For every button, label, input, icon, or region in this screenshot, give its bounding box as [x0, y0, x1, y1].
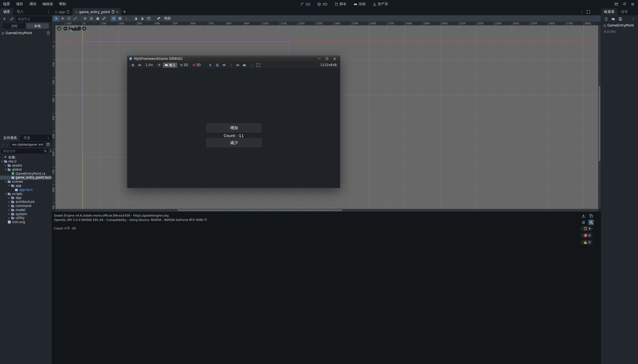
horizontal-scrollbar[interactable] — [55, 209, 598, 212]
ruler-tool-icon[interactable] — [101, 16, 107, 21]
word-wrap-icon[interactable] — [581, 220, 586, 225]
error-count-badge[interactable]: 0 — [581, 233, 593, 238]
file-tree-item[interactable]: ▸ system — [0, 212, 52, 216]
tab-scene-app[interactable]: ○ app — [52, 8, 72, 15]
horizontal-scrollbar-thumb[interactable] — [178, 209, 342, 211]
vertical-scrollbar-thumb[interactable] — [599, 86, 600, 161]
zoom-level[interactable]: 100.0 % — [69, 26, 81, 31]
expander-icon[interactable]: ▾ — [8, 184, 11, 187]
expander-icon[interactable]: ▸ — [8, 201, 11, 203]
increase-button[interactable]: 增加 — [206, 123, 262, 132]
time-scale[interactable]: 1.0× — [144, 63, 155, 67]
menu-debug[interactable]: 调试 — [26, 0, 39, 8]
workspace-3d[interactable]: 3D — [317, 2, 327, 6]
file-tree-item[interactable]: icon.svg — [0, 220, 52, 224]
pick-node-icon[interactable] — [208, 62, 213, 68]
skeleton-options-icon[interactable] — [156, 16, 161, 21]
tab-signals[interactable]: 信号 — [618, 8, 631, 15]
file-tree-item[interactable]: ▸ utility — [0, 216, 52, 220]
tab-history[interactable]: 历史 — [20, 134, 34, 141]
zoom-out-icon[interactable]: − — [63, 26, 67, 31]
center-view-icon[interactable] — [57, 26, 61, 31]
file-tree-item[interactable]: game_entry_point.tscn — [0, 176, 52, 180]
file-tree-item[interactable]: app.tscn — [0, 188, 52, 192]
close-icon[interactable]: × — [331, 56, 338, 61]
file-tree-item[interactable]: 收藏: — [0, 155, 52, 159]
menu-scene[interactable]: 场景 — [0, 0, 13, 8]
grid-snap-icon[interactable] — [117, 16, 123, 21]
workspace-script[interactable]: 脚本 — [335, 2, 347, 7]
file-tree-item[interactable]: GameEntryPoint.cs — [0, 171, 52, 176]
pivot-tool-icon[interactable] — [82, 16, 88, 21]
tab-inspector[interactable]: 检查器 — [601, 8, 618, 15]
new-resource-icon[interactable] — [603, 16, 609, 22]
instance-scene-icon[interactable] — [8, 16, 15, 22]
scene-tree-root-node[interactable]: ○ GameEntryPoint — [0, 30, 52, 36]
split-dock-icon[interactable] — [46, 142, 51, 147]
minimize-icon[interactable] — [315, 56, 323, 61]
menu-editor[interactable]: 编辑器 — [39, 0, 56, 8]
nav-forward-icon[interactable]: › — [6, 142, 10, 147]
expander-icon[interactable]: ▾ — [5, 193, 8, 195]
maximize-icon[interactable] — [323, 56, 331, 61]
copy-log-icon[interactable] — [588, 213, 594, 218]
dock-options-icon[interactable]: ⋮ — [45, 8, 52, 15]
menu-project[interactable]: 项目 — [13, 0, 26, 8]
reset-time-scale-icon[interactable]: ↺ — [156, 62, 162, 68]
file-tree-item[interactable]: ▾ res:// — [0, 159, 52, 164]
tab-filesystem[interactable]: 文件系统 — [0, 134, 20, 141]
pan-tool-icon[interactable] — [95, 16, 101, 21]
snap-options-icon[interactable]: ⋮ — [123, 16, 129, 21]
tab-scene-game-entry-point[interactable]: ○ game_entry_point × — [72, 8, 121, 15]
add-node-icon[interactable]: + — [1, 16, 8, 22]
close-tab-icon[interactable]: × — [116, 10, 119, 13]
mode-3d-toggle[interactable]: 3D — [191, 63, 202, 68]
mode-2d-toggle[interactable]: 2D — [178, 63, 190, 68]
filesystem-options-icon[interactable]: ⋮ — [45, 135, 52, 141]
expander-icon[interactable]: ▸ — [8, 213, 11, 215]
file-tree-item[interactable]: ▾ global — [0, 167, 52, 171]
expander-icon[interactable]: ▸ — [8, 205, 11, 207]
smart-snap-icon[interactable] — [111, 16, 117, 21]
visibility-icon[interactable] — [221, 62, 227, 68]
vertical-scrollbar[interactable] — [598, 25, 601, 209]
restart-icon[interactable]: ↺ — [621, 1, 628, 7]
file-tree-item[interactable]: ▾ scripts — [0, 192, 52, 196]
decrease-button[interactable]: 减少 — [206, 138, 262, 147]
file-tree-item[interactable]: ▸ assets — [0, 164, 52, 168]
file-tree-item[interactable]: ▾ scenes — [0, 180, 52, 184]
expand-viewport-icon[interactable] — [585, 8, 592, 15]
expander-icon[interactable]: ▸ — [5, 164, 8, 167]
workspace-2d[interactable]: 2D — [300, 2, 310, 6]
input-mode-toggle[interactable]: 输入 — [163, 63, 177, 68]
remote-button[interactable]: 远程 — [3, 23, 26, 29]
file-tree-item[interactable]: ▸ app — [0, 196, 52, 200]
workspace-assetlib[interactable]: 资产库 — [373, 2, 388, 7]
scale-tool-icon[interactable] — [72, 16, 78, 21]
scene-tab-options-icon[interactable]: ⋮ — [578, 8, 585, 15]
expander-icon[interactable]: ▸ — [8, 197, 11, 199]
current-path-field[interactable] — [10, 142, 45, 147]
node-list-icon[interactable] — [214, 62, 220, 68]
selectable-nodes-list-icon[interactable] — [88, 16, 94, 21]
expander-icon[interactable]: ▾ — [5, 180, 8, 183]
nav-back-icon[interactable]: ‹ — [1, 142, 5, 147]
unlock-node-icon[interactable] — [140, 16, 145, 21]
pause-icon[interactable] — [629, 1, 636, 7]
open-script-icon[interactable] — [47, 31, 50, 35]
workspace-game[interactable]: 游戏 — [354, 2, 366, 7]
file-tree-item[interactable]: ▸ command — [0, 204, 52, 208]
select-tool-icon[interactable] — [54, 16, 59, 21]
message-count-badge[interactable]: 4 — [581, 226, 593, 231]
save-log-icon[interactable] — [581, 213, 586, 218]
group-node-icon[interactable] — [146, 16, 152, 21]
canvas-2d[interactable]: − 100.0 % + MyGFrameworkGame (DEBUG) × — [55, 25, 598, 209]
embed-fullscreen-icon[interactable] — [255, 62, 261, 68]
zoom-in-icon[interactable]: + — [82, 26, 86, 31]
tab-scene-dock[interactable]: 场景 — [0, 8, 13, 15]
inspector-options-icon[interactable]: ⋮ — [630, 16, 636, 22]
search-log-icon[interactable] — [588, 220, 594, 225]
warning-count-badge[interactable]: 0 — [581, 240, 593, 245]
save-resource-icon[interactable] — [618, 16, 623, 22]
file-tree-item[interactable]: ▾ app — [0, 184, 52, 188]
